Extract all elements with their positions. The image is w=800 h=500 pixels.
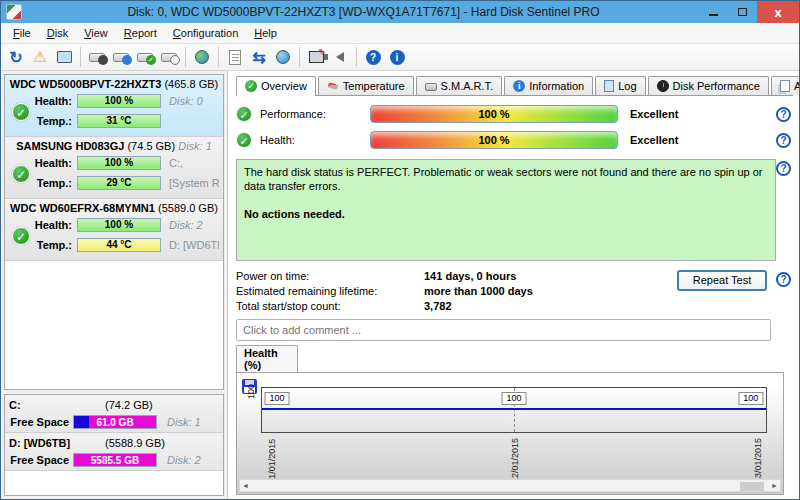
disk-item-0[interactable]: WDC WD5000BPVT-22HXZT3 (465.8 GB) ✓ Heal… <box>5 75 223 137</box>
free-space-label: Free Space <box>9 454 73 466</box>
partition-size: (5588.9 GB) <box>105 437 165 449</box>
disk-clock-icon[interactable] <box>109 46 133 68</box>
help-icon[interactable]: ? <box>776 133 791 148</box>
tab-disk-performance[interactable]: Disk Performance <box>648 76 769 95</box>
globe-disk-icon[interactable] <box>190 46 214 68</box>
performance-meter: 100 % <box>370 105 618 123</box>
info-icon: i <box>513 80 525 92</box>
partition-item-c[interactable]: C: (74.2 GB) Free Space 61.0 GB Disk: 1 <box>5 395 223 433</box>
health-chart: 100 100 100 100 11/01/2015 12/01/2015 13… <box>236 372 784 495</box>
disk-item-2[interactable]: WDC WD60EFRX-68MYMN1 (5589.0 GB) ✓ Healt… <box>5 199 223 261</box>
disk-number: Disk: 2 <box>161 219 219 231</box>
scroll-left-icon[interactable]: ◄ <box>242 482 249 489</box>
stat-value: 3,782 <box>424 299 452 314</box>
report-icon[interactable] <box>223 46 247 68</box>
help-icon[interactable]: ? <box>776 272 791 287</box>
health-bar: 100 % <box>77 156 161 170</box>
pages-icon <box>780 80 790 92</box>
free-space-bar: 5585.5 GB <box>73 453 157 467</box>
performance-label: Performance: <box>260 108 355 120</box>
menu-help[interactable]: Help <box>246 24 285 42</box>
point-label: 100 <box>501 392 526 405</box>
disk-ok-icon: ✓ <box>12 165 30 183</box>
temp-bar: 44 °C <box>77 238 161 252</box>
disk-check-icon[interactable]: ✓ <box>133 46 157 68</box>
drive-letter: D: [WD6TB] <box>161 239 219 251</box>
window-title: Disk: 0, WDC WD5000BPVT-22HXZT3 [WD-WXQ1… <box>28 5 699 19</box>
statistics: Power on time:141 days, 0 hours Estimate… <box>236 269 793 315</box>
drive-letter: C:, <box>161 157 219 169</box>
health-bar: 100 % <box>77 94 161 108</box>
thermometer-icon <box>327 82 338 90</box>
menu-disk[interactable]: Disk <box>39 24 76 42</box>
ok-check-icon: ✓ <box>236 132 252 148</box>
disk-number: Disk: 0 <box>161 95 219 107</box>
close-button[interactable]: x <box>757 1 799 23</box>
chart-scrollbar[interactable]: ◄ ► <box>239 479 781 492</box>
repeat-test-button[interactable]: Repeat Test <box>677 270 767 291</box>
menu-view[interactable]: View <box>76 24 116 42</box>
chart-tab-health[interactable]: Health (%) <box>236 345 298 372</box>
partition-size: (74.2 GB) <box>105 399 153 411</box>
health-chart-section: Health (%) 100 100 100 100 11/01/2015 12… <box>236 345 793 495</box>
scroll-right-icon[interactable]: ► <box>771 482 778 489</box>
disk-list: WDC WD5000BPVT-22HXZT3 (465.8 GB) ✓ Heal… <box>4 74 224 390</box>
maximize-button[interactable] <box>728 1 757 23</box>
partition-name: C: <box>9 399 21 411</box>
gauge-icon <box>657 80 669 92</box>
sync-icon[interactable]: ⇆ <box>247 46 271 68</box>
menu-file[interactable]: File <box>5 24 39 42</box>
tab-log[interactable]: Log <box>595 76 645 95</box>
menu-configuration[interactable]: Configuration <box>165 24 246 42</box>
health-label: Health: <box>260 134 355 146</box>
check-icon: ✓ <box>245 80 257 92</box>
disk-gauge-icon[interactable] <box>85 46 109 68</box>
free-space-bar: 61.0 GB <box>73 415 157 429</box>
main-panel: ✓Overview Temperature S.M.A.R.T. iInform… <box>228 71 799 499</box>
disk-title: WDC WD60EFRX-68MYMN1 (5589.0 GB) <box>9 202 219 214</box>
info-icon[interactable]: i <box>385 46 409 68</box>
stat-value: more than 1000 days <box>424 284 533 299</box>
temp-note: [System Rese <box>161 177 219 189</box>
monitor-icon[interactable] <box>52 46 76 68</box>
tab-information[interactable]: iInformation <box>504 76 593 95</box>
refresh-icon[interactable]: ↻ <box>4 46 28 68</box>
app-window: Disk: 0, WDC WD5000BPVT-22HXZT3 [WD-WXQ1… <box>0 0 800 500</box>
x-tick-label: 12/01/2015 <box>510 437 520 483</box>
performance-rating: Excellent <box>630 108 776 120</box>
help-icon[interactable]: ? <box>361 46 385 68</box>
plot-area: 100 100 100 <box>261 387 767 433</box>
stat-value: 141 days, 0 hours <box>424 269 516 284</box>
title-bar: Disk: 0, WDC WD5000BPVT-22HXZT3 [WD-WXQ1… <box>1 1 799 23</box>
x-tick-label: 11/01/2015 <box>267 437 277 483</box>
x-tick-label: 13/01/2015 <box>753 437 763 483</box>
partition-item-d[interactable]: D: [WD6TB] (5588.9 GB) Free Space 5585.5… <box>5 433 223 471</box>
health-line <box>262 408 766 410</box>
menu-report[interactable]: Report <box>116 24 165 42</box>
disk-number: Disk: 2 <box>157 454 219 466</box>
app-logo-icon <box>6 4 22 20</box>
minimize-button[interactable] <box>699 1 728 23</box>
tab-overview[interactable]: ✓Overview <box>236 76 316 95</box>
tab-temperature[interactable]: Temperature <box>318 76 414 95</box>
partition-list: C: (74.2 GB) Free Space 61.0 GB Disk: 1 <box>4 394 224 496</box>
point-label: 100 <box>265 392 290 405</box>
help-icon[interactable]: ? <box>776 107 791 122</box>
disk-item-1[interactable]: SAMSUNG HD083GJ (74.5 GB) Disk: 1 ✓ Heal… <box>5 137 223 199</box>
tab-smart[interactable]: S.M.A.R.T. <box>416 76 503 95</box>
warning-icon[interactable]: ⚠ <box>28 46 52 68</box>
disk-title: WDC WD5000BPVT-22HXZT3 (465.8 GB) <box>9 78 219 90</box>
disk-sidebar: WDC WD5000BPVT-22HXZT3 (465.8 GB) ✓ Heal… <box>1 71 228 499</box>
scroll-thumb[interactable] <box>740 482 764 491</box>
temp-bar: 31 °C <box>77 114 161 128</box>
menu-bar: File Disk View Report Configuration Help <box>1 23 799 44</box>
disk-search-icon[interactable] <box>157 46 181 68</box>
disk-status-message: The hard disk status is PERFECT. Problem… <box>236 159 776 261</box>
disk-ok-icon: ✓ <box>12 103 30 121</box>
comment-input[interactable] <box>236 319 771 341</box>
network-icon[interactable] <box>271 46 295 68</box>
speaker-icon[interactable] <box>328 46 352 68</box>
tab-alerts[interactable]: Alerts <box>771 76 800 95</box>
disk-title: SAMSUNG HD083GJ (74.5 GB) Disk: 1 <box>9 140 219 152</box>
help-icon[interactable]: ? <box>776 161 791 176</box>
